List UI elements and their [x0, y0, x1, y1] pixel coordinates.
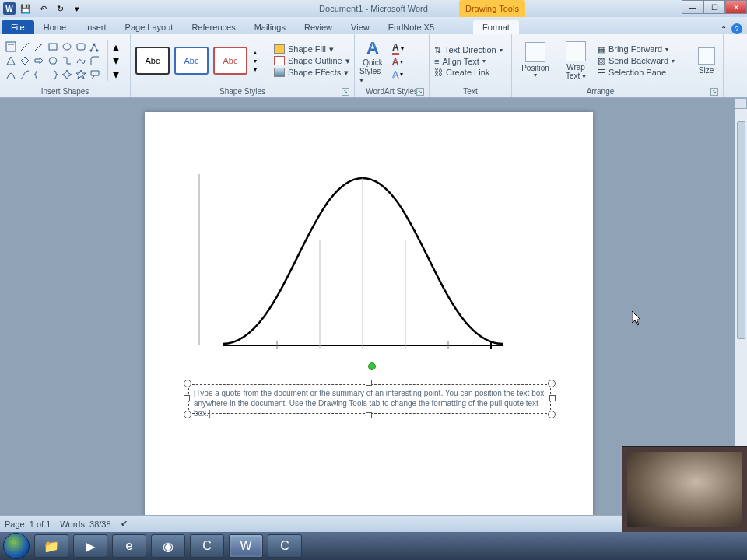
shape-connector-icon[interactable]: [19, 68, 31, 81]
dialog-launcher-icon[interactable]: ↘: [342, 88, 349, 96]
send-backward-button[interactable]: ▧Send Backward▾: [598, 56, 675, 66]
proofing-icon[interactable]: ✔: [121, 519, 128, 529]
save-icon[interactable]: 💾: [19, 2, 33, 16]
maximize-button[interactable]: ☐: [703, 0, 725, 14]
shape-effects-button[interactable]: Shape Effects▾: [274, 68, 350, 78]
tab-view[interactable]: View: [342, 20, 379, 34]
shape-elbow-icon[interactable]: [61, 54, 73, 67]
resize-handle-bm[interactable]: [366, 412, 372, 418]
position-button[interactable]: Position▾: [517, 42, 554, 79]
resize-handle-bl[interactable]: [184, 411, 191, 418]
taskbar-chrome-icon[interactable]: ◉: [151, 534, 185, 558]
close-button[interactable]: ✕: [725, 0, 747, 14]
resize-handle-tm[interactable]: [366, 380, 372, 386]
ruler-toggle-icon[interactable]: [735, 98, 747, 109]
dialog-launcher-icon[interactable]: ↘: [710, 88, 718, 96]
scroll-up-icon[interactable]: ▴: [110, 42, 121, 53]
shape-outline-button[interactable]: Shape Outline▾: [274, 56, 350, 66]
taskbar-calc-icon[interactable]: C: [268, 534, 302, 558]
start-button[interactable]: [3, 533, 30, 559]
shape-freeform-icon[interactable]: [75, 54, 87, 67]
selection-pane-button[interactable]: ☰Selection Pane: [598, 68, 675, 78]
shape-right-arrow-icon[interactable]: [33, 54, 45, 67]
taskbar-media-player-icon[interactable]: ▶: [73, 534, 107, 558]
resize-handle-ml[interactable]: [184, 395, 190, 401]
taskbar-camtasia-icon[interactable]: C: [190, 534, 224, 558]
shape-style-gallery[interactable]: Abc Abc Abc ▴ ▾ ▾: [135, 47, 265, 75]
resize-handle-tl[interactable]: [184, 380, 191, 387]
align-text-button[interactable]: ≡Align Text▾: [434, 57, 503, 66]
dropdown-icon: ▾: [345, 56, 350, 66]
shape-hexagon-icon[interactable]: [47, 54, 59, 67]
bring-forward-button[interactable]: ▦Bring Forward▾: [598, 44, 675, 54]
tab-format[interactable]: Format: [473, 20, 519, 34]
shape-half-icon[interactable]: [89, 54, 101, 67]
shape-oval-icon[interactable]: [61, 40, 73, 53]
size-button[interactable]: Size: [694, 47, 718, 75]
status-words[interactable]: Words: 38/38: [60, 520, 110, 529]
shape-rect-icon[interactable]: [47, 40, 59, 53]
send-backward-label: Send Backward: [608, 56, 668, 65]
style-thumb-3[interactable]: Abc: [213, 47, 247, 75]
tab-endnote[interactable]: EndNote X5: [379, 20, 444, 34]
text-direction-button[interactable]: ⇅Text Direction▾: [434, 45, 503, 55]
wordart-quick-styles[interactable]: A Quick Styles ▾: [359, 44, 386, 78]
shape-line-icon[interactable]: [19, 40, 31, 53]
shape-callout-icon[interactable]: [89, 68, 101, 81]
bell-curve-shape[interactable]: [191, 166, 503, 361]
page[interactable]: [Type a quote from the document or the s…: [145, 112, 593, 515]
style-scroll-up-icon[interactable]: ▴: [254, 49, 265, 56]
tab-home[interactable]: Home: [34, 20, 75, 34]
rotation-handle[interactable]: [368, 362, 376, 370]
shape-triangle-icon[interactable]: [5, 54, 17, 67]
tab-review[interactable]: Review: [295, 20, 342, 34]
taskbar-explorer-icon[interactable]: 📁: [34, 534, 68, 558]
scroll-down-icon[interactable]: ▾: [110, 55, 121, 66]
text-fill-button[interactable]: A▾: [392, 42, 404, 55]
style-thumb-2[interactable]: Abc: [174, 47, 209, 75]
tab-references[interactable]: References: [182, 20, 244, 34]
shape-fill-button[interactable]: Shape Fill▾: [274, 44, 350, 54]
minimize-ribbon-icon[interactable]: ⌃: [721, 25, 727, 33]
style-scroll-down-icon[interactable]: ▾: [254, 58, 265, 65]
resize-handle-mr[interactable]: [549, 395, 556, 401]
shape-brace2-icon[interactable]: [47, 68, 59, 81]
help-icon[interactable]: ?: [731, 23, 742, 34]
shape-star5-icon[interactable]: [75, 68, 87, 81]
tab-mailings[interactable]: Mailings: [245, 20, 295, 34]
shape-arrow-icon[interactable]: [33, 40, 45, 53]
taskbar-ie-icon[interactable]: e: [112, 534, 146, 558]
minimize-button[interactable]: —: [682, 0, 703, 14]
redo-icon[interactable]: ↻: [53, 2, 67, 16]
shape-brace-icon[interactable]: [33, 68, 45, 81]
create-link-button[interactable]: ⛓Create Link: [434, 68, 503, 77]
resize-handle-br[interactable]: [548, 411, 556, 418]
text-effects-button[interactable]: A▾: [392, 69, 404, 80]
shape-curve-icon[interactable]: [5, 68, 17, 81]
shapes-gallery[interactable]: [5, 40, 101, 81]
resize-handle-tr[interactable]: [548, 380, 556, 387]
textbox-content[interactable]: [Type a quote from the document or the s…: [188, 384, 551, 414]
tab-file[interactable]: File: [2, 20, 34, 34]
shape-star4-icon[interactable]: [61, 68, 73, 81]
dialog-launcher-icon[interactable]: ↘: [416, 88, 424, 96]
shape-textbox-icon[interactable]: [5, 40, 17, 53]
text-direction-label: Text Direction: [444, 45, 496, 54]
style-more-icon[interactable]: ▾: [254, 66, 265, 73]
text-outline-button[interactable]: A▾: [392, 57, 404, 68]
undo-icon[interactable]: ↶: [36, 2, 50, 16]
wrap-text-button[interactable]: Wrap Text ▾: [557, 41, 594, 80]
more-shapes-icon[interactable]: ▾: [110, 68, 121, 79]
style-thumb-1[interactable]: Abc: [135, 47, 170, 75]
status-page[interactable]: Page: 1 of 1: [5, 520, 51, 529]
shape-edit-icon[interactable]: [89, 40, 101, 53]
tab-insert[interactable]: Insert: [75, 20, 116, 34]
scrollbar-thumb[interactable]: [737, 121, 745, 339]
shapes-gallery-more[interactable]: ▴ ▾ ▾: [107, 40, 121, 81]
shape-roundrect-icon[interactable]: [75, 40, 87, 53]
shape-diamond-icon[interactable]: [19, 54, 31, 67]
selected-textbox[interactable]: [Type a quote from the document or the s…: [184, 380, 556, 418]
taskbar-word-icon[interactable]: W: [229, 534, 263, 558]
tab-page-layout[interactable]: Page Layout: [116, 20, 183, 34]
qat-customize-icon[interactable]: ▾: [70, 2, 84, 16]
